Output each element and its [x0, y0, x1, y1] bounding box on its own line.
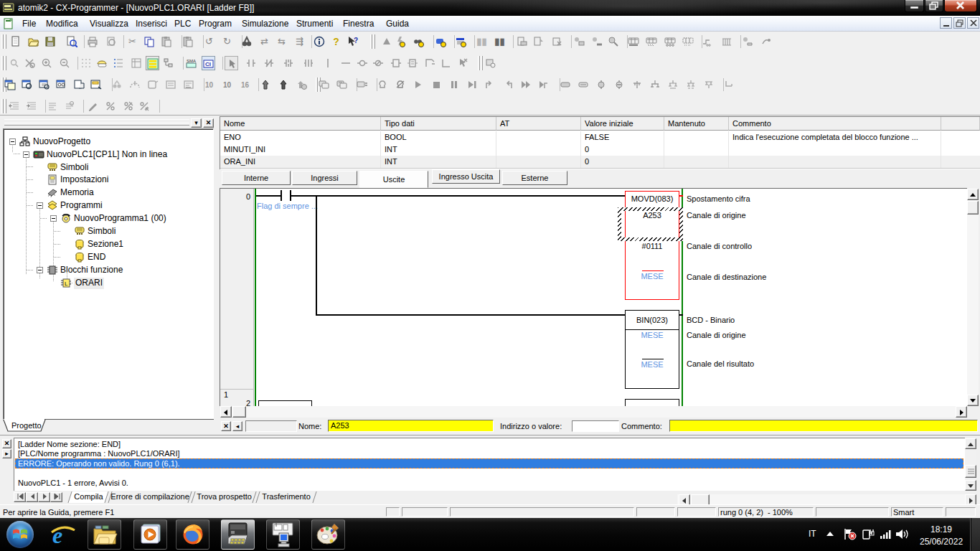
svg-text:L: L — [65, 281, 68, 287]
svg-text:SMA: SMA — [187, 59, 196, 63]
svg-text:?: ? — [354, 37, 358, 44]
svg-text:CI: CI — [205, 61, 211, 67]
